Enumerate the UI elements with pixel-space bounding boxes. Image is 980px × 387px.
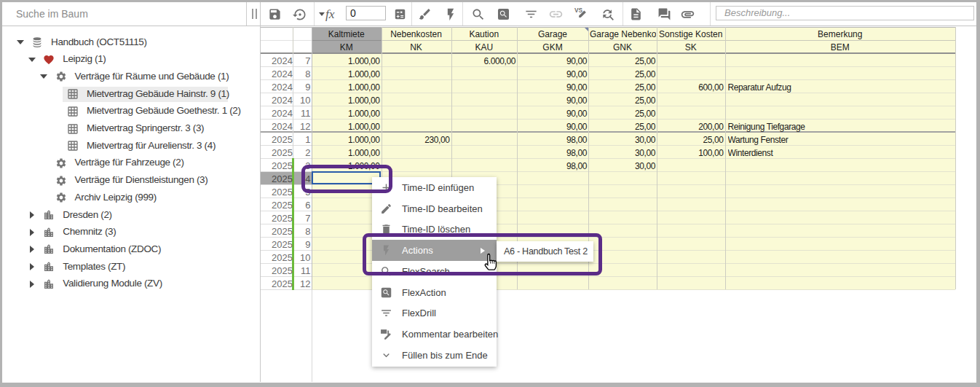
svg-text:VS: VS xyxy=(574,7,582,14)
